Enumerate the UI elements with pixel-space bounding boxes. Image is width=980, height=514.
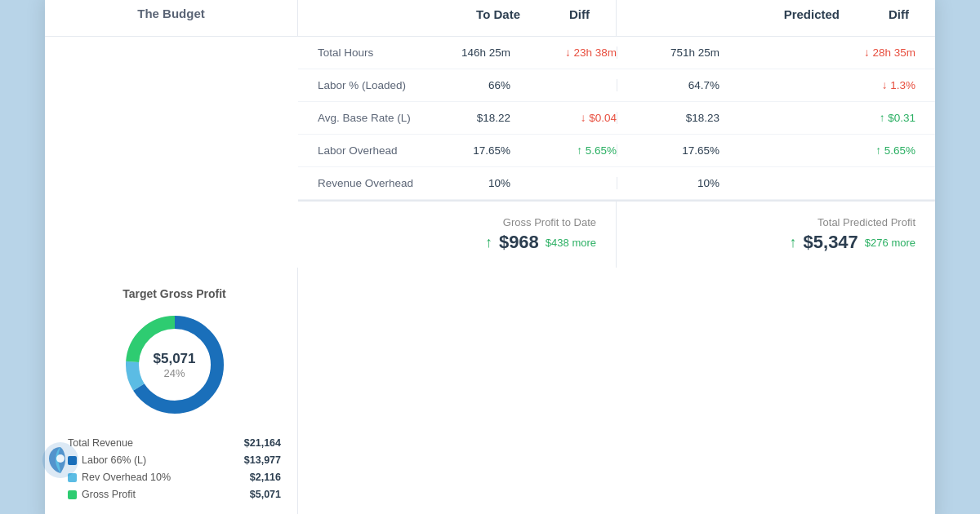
app-logo-icon bbox=[42, 442, 78, 478]
row-todate-value: 17.65% bbox=[421, 144, 510, 157]
row-predicted-value: 17.65% bbox=[617, 144, 719, 157]
chart-title: Target Gross Profit bbox=[68, 287, 281, 300]
main-card: The Budget To Date Diff Predicted Diff T… bbox=[45, 0, 935, 514]
left-panel: Target Gross Profit $ bbox=[45, 268, 298, 514]
labor-value: $13,977 bbox=[237, 454, 281, 466]
gross-profit-footer-label: Gross Profit to Date bbox=[318, 216, 596, 228]
data-row-4: Revenue Overhead 10% 10% bbox=[298, 167, 935, 200]
row-label: Revenue Overhead bbox=[318, 177, 421, 189]
donut-chart: $5,071 24% bbox=[68, 312, 281, 418]
row-todate-diff: ↓ $0.04 bbox=[510, 112, 617, 124]
logo-area bbox=[42, 442, 78, 481]
footer-up-arrow-right: ↑ bbox=[790, 234, 797, 251]
data-row-2: Avg. Base Rate (L) $18.22 ↓ $0.04 $18.23… bbox=[298, 102, 935, 135]
row-label: Total Hours bbox=[318, 47, 421, 59]
row-label: Labor % (Loaded) bbox=[318, 79, 421, 91]
legend-rev-overhead: Rev Overhead 10% $2,116 bbox=[68, 472, 281, 483]
row-predicted-value: $18.23 bbox=[617, 112, 719, 124]
rev-overhead-value: $2,116 bbox=[237, 472, 281, 483]
gross-profit-value: $5,071 bbox=[237, 489, 281, 500]
chart-legend: Total Revenue $21,164 Labor 66% (L) $13,… bbox=[68, 437, 281, 506]
data-rows: Total Hours 146h 25m ↓ 23h 38m 751h 25m … bbox=[298, 37, 935, 200]
diff-header: Diff bbox=[569, 7, 590, 21]
total-predicted-more: $276 more bbox=[865, 237, 915, 249]
legend-gross-profit: Gross Profit $5,071 bbox=[68, 489, 281, 500]
row-todate-value: 10% bbox=[421, 177, 510, 189]
row-todate-value: $18.22 bbox=[421, 112, 510, 124]
budget-header-label: The Budget bbox=[137, 7, 205, 20]
row-predicted-diff: ↓ 1.3% bbox=[809, 79, 915, 91]
rev-overhead-label: Rev Overhead 10% bbox=[82, 472, 171, 483]
row-predicted-diff: ↑ $0.31 bbox=[809, 112, 915, 124]
donut-amount: $5,071 bbox=[154, 351, 196, 367]
row-predicted-value: 64.7% bbox=[617, 79, 719, 91]
diff2-header: Diff bbox=[889, 7, 909, 21]
row-predicted-value: 10% bbox=[617, 177, 719, 189]
row-predicted-diff: ↑ 5.65% bbox=[809, 144, 915, 157]
gross-profit-footer: Gross Profit to Date ↑ $968 $438 more bbox=[298, 201, 617, 268]
donut-percent: 24% bbox=[154, 367, 196, 379]
total-predicted-label: Total Predicted Profit bbox=[636, 216, 915, 228]
row-todate-value: 146h 25m bbox=[421, 47, 510, 59]
gross-profit-label: Gross Profit bbox=[82, 489, 136, 500]
legend-total-revenue: Total Revenue $21,164 bbox=[68, 437, 281, 449]
svg-point-5 bbox=[56, 454, 65, 463]
row-todate-diff: ↓ 23h 38m bbox=[510, 47, 617, 59]
row-predicted-diff: ↓ 28h 35m bbox=[809, 47, 915, 59]
row-predicted-value: 751h 25m bbox=[617, 47, 719, 59]
total-predicted-footer: Total Predicted Profit ↑ $5,347 $276 mor… bbox=[617, 201, 935, 268]
row-label: Avg. Base Rate (L) bbox=[318, 112, 421, 124]
gross-profit-amount: $968 bbox=[499, 232, 539, 253]
todate-header: To Date bbox=[476, 7, 520, 21]
total-predicted-amount: $5,347 bbox=[804, 232, 858, 253]
data-row-0: Total Hours 146h 25m ↓ 23h 38m 751h 25m … bbox=[298, 37, 935, 69]
footer-up-arrow-mid: ↑ bbox=[485, 234, 492, 251]
row-label: Labor Overhead bbox=[318, 144, 421, 157]
row-todate-diff: ↑ 5.65% bbox=[510, 144, 617, 157]
data-row-1: Labor % (Loaded) 66% 64.7% ↓ 1.3% bbox=[298, 69, 935, 102]
legend-labor: Labor 66% (L) $13,977 bbox=[68, 454, 281, 466]
gross-profit-more: $438 more bbox=[546, 237, 596, 249]
labor-label: Labor 66% (L) bbox=[82, 454, 146, 466]
total-revenue-value: $21,164 bbox=[237, 437, 281, 449]
data-row-3: Labor Overhead 17.65% ↑ 5.65% 17.65% ↑ 5… bbox=[298, 135, 935, 167]
gross-profit-dot bbox=[68, 490, 77, 499]
predicted-header: Predicted bbox=[784, 7, 840, 21]
row-todate-value: 66% bbox=[421, 79, 510, 91]
